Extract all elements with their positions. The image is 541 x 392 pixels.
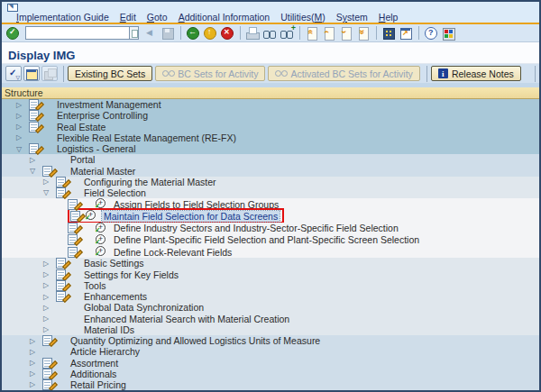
- menu-goto[interactable]: Goto: [142, 13, 173, 23]
- expand-node-icon[interactable]: ▷: [30, 380, 42, 388]
- shortcut-icon[interactable]: ↗: [399, 26, 414, 41]
- expand-node-icon[interactable]: ▷: [16, 123, 29, 131]
- sap-window-icon[interactable]: [7, 4, 18, 12]
- expand-node-icon[interactable]: ▷: [43, 325, 56, 333]
- expand-node-icon[interactable]: ▷: [43, 270, 56, 278]
- expand-node-icon[interactable]: ▷: [16, 112, 29, 120]
- tree-row-label[interactable]: Additionals: [69, 369, 118, 379]
- tree-row-label[interactable]: Enhanced Material Search with Material C…: [82, 314, 291, 324]
- tree-row[interactable]: ▷Tools: [2, 280, 539, 291]
- execute-activity-icon[interactable]: [96, 198, 107, 210]
- tree-row[interactable]: ▷Configuring the Material Master: [2, 177, 539, 187]
- tree-row-label[interactable]: Enhancements: [82, 291, 149, 302]
- expand-node-icon[interactable]: ▷: [43, 281, 56, 289]
- tree-row[interactable]: ▷Article Hierarchy: [2, 346, 539, 357]
- tree-row[interactable]: Define Industry Sectors and Industry-Sec…: [2, 223, 539, 234]
- tree-row-label[interactable]: Settings for Key Fields: [82, 269, 180, 280]
- menu-help[interactable]: Help: [373, 13, 404, 23]
- img-doc-icon[interactable]: [56, 280, 68, 291]
- cancel-icon[interactable]: [220, 26, 235, 41]
- menu-edit[interactable]: Edit: [115, 13, 142, 23]
- tree-row[interactable]: ▷Enhancements: [2, 291, 539, 302]
- tree-row-label[interactable]: Configuring the Material Master: [82, 177, 217, 187]
- collapse-node-icon[interactable]: ▽: [16, 145, 29, 153]
- tree-row[interactable]: ▷Basic Settings: [2, 258, 539, 269]
- command-field-input[interactable]: [25, 26, 129, 40]
- tree-row-label[interactable]: Global Data Synchronization: [82, 302, 206, 313]
- expand-node-icon[interactable]: ▷: [30, 156, 42, 164]
- img-doc-icon[interactable]: [29, 122, 41, 132]
- img-doc-icon[interactable]: [29, 110, 41, 121]
- new-session-icon[interactable]: [381, 26, 397, 41]
- img-doc-icon[interactable]: [68, 234, 79, 245]
- expand-node-icon[interactable]: ▷: [43, 260, 56, 268]
- tree-row[interactable]: ▷Retail Pricing: [2, 379, 539, 390]
- img-doc-icon[interactable]: [42, 358, 54, 369]
- expand-node-icon[interactable]: ▷: [30, 369, 42, 378]
- img-doc-icon[interactable]: [56, 269, 68, 280]
- expand-node-icon[interactable]: ▷: [30, 359, 42, 367]
- expand-node-icon[interactable]: ▷: [43, 315, 56, 323]
- tree-row-label[interactable]: Material Master: [69, 166, 137, 177]
- menu-utilities-m[interactable]: Utilities(M): [275, 13, 331, 23]
- img-doc-icon[interactable]: [56, 258, 68, 269]
- tree-row-label[interactable]: Portal: [69, 154, 96, 165]
- expand-node-icon[interactable]: ▷: [43, 293, 56, 301]
- tree-row-label[interactable]: Define Industry Sectors and Industry-Sec…: [112, 223, 400, 233]
- img-doc-icon[interactable]: [42, 379, 54, 390]
- img-doc-icon[interactable]: [70, 211, 82, 222]
- img-doc-icon[interactable]: [29, 143, 41, 154]
- tree-row[interactable]: Define Lock-Relevant Fields: [2, 246, 539, 258]
- page-down-icon[interactable]: [339, 26, 354, 41]
- enter-icon[interactable]: [5, 26, 21, 41]
- back-icon[interactable]: [186, 26, 201, 41]
- execute-activity-icon[interactable]: [86, 210, 97, 222]
- tree-row[interactable]: ▷Portal: [2, 154, 539, 165]
- tree-row-label[interactable]: Quantity Optimizing and Allowed Logistic…: [69, 335, 322, 346]
- save-icon[interactable]: [160, 26, 176, 41]
- collapse-node-icon[interactable]: ▽: [43, 188, 56, 196]
- execute-activity-icon[interactable]: [96, 223, 107, 234]
- tree-row-label[interactable]: Define Lock-Relevant Fields: [112, 247, 234, 258]
- execute-activity-icon[interactable]: [96, 234, 107, 246]
- tree-row-label[interactable]: Field Selection: [82, 187, 148, 198]
- tree-row[interactable]: ▷Real Estate: [2, 121, 539, 132]
- img-doc-icon[interactable]: [68, 247, 79, 258]
- tree-row[interactable]: ▽Material Master: [2, 165, 539, 176]
- find-next-icon[interactable]: +: [280, 26, 295, 41]
- menu-implementation-guide[interactable]: Implementation Guide: [11, 13, 115, 23]
- tree-row[interactable]: ▷Global Data Synchronization: [2, 302, 539, 313]
- expand-node-icon[interactable]: ▷: [43, 178, 56, 186]
- existing-bc-sets-button[interactable]: Existing BC Sets: [68, 66, 152, 81]
- print-icon[interactable]: [245, 26, 261, 41]
- expand-node-icon[interactable]: ▷: [30, 348, 42, 356]
- img-doc-icon[interactable]: [68, 223, 79, 233]
- tree-row[interactable]: ▽Field Selection: [2, 187, 539, 198]
- tree-row-label[interactable]: Define Plant-Specific Field Selection an…: [112, 234, 421, 245]
- tree-row[interactable]: ▷Enterprise Controlling: [2, 110, 539, 121]
- img-doc-icon[interactable]: [29, 99, 41, 110]
- tree-row-label[interactable]: Material IDs: [82, 324, 136, 335]
- find-icon[interactable]: [262, 26, 278, 41]
- menu-additional-information[interactable]: Additional Information: [173, 13, 276, 23]
- tree-row[interactable]: ▷Quantity Optimizing and Allowed Logisti…: [2, 335, 539, 346]
- help-icon[interactable]: [424, 26, 439, 41]
- img-doc-icon[interactable]: [42, 369, 54, 379]
- tree-row[interactable]: Maintain Field Selection for Data Screen…: [2, 210, 539, 222]
- tree-row[interactable]: ▷Investment Management: [2, 99, 539, 110]
- expand-node-icon[interactable]: ▷: [43, 304, 56, 312]
- tree-row-label[interactable]: Retail Pricing: [69, 379, 128, 390]
- release-notes-button[interactable]: iRelease Notes: [431, 66, 521, 81]
- page-up-icon[interactable]: [322, 26, 337, 41]
- img-doc-icon[interactable]: [56, 291, 68, 302]
- page-last-icon[interactable]: [356, 26, 371, 41]
- tree-row-label[interactable]: Logistics - General: [55, 143, 138, 154]
- tree-row[interactable]: ▷Enhanced Material Search with Material …: [2, 313, 539, 324]
- tree-row[interactable]: ▽Logistics - General: [2, 143, 539, 154]
- legend-icon[interactable]: [23, 66, 40, 81]
- expand-node-icon[interactable]: ▷: [16, 133, 29, 141]
- menu-system[interactable]: System: [331, 13, 373, 23]
- tree-row[interactable]: ▷Additionals: [2, 369, 539, 379]
- tree-row-label[interactable]: Maintain Field Selection for Data Screen…: [102, 211, 280, 222]
- customize-layout-icon[interactable]: [441, 26, 456, 41]
